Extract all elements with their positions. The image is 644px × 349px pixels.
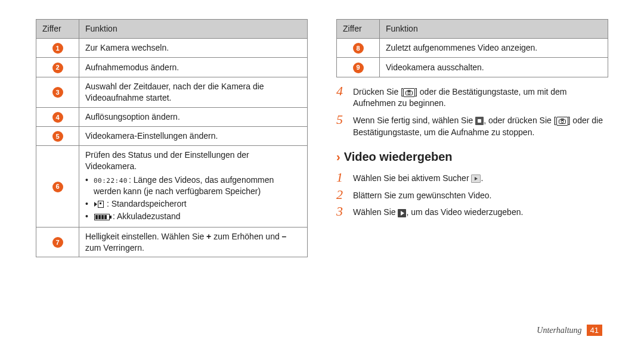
storage-icon [94,201,104,208]
step: 4 Drücken Sie [] oder die Bestätigungsta… [336,85,608,110]
table-row: 3 Auswahl der Zeitdauer, nach der die Ka… [36,77,308,107]
header-funktion: Funktion [380,20,608,39]
step-text: Wählen Sie bei aktivem Sucher . [353,171,483,185]
page-footer: Unterhaltung 41 [537,325,602,336]
table-row: 1 Zur Kamera wechseln. [36,38,308,57]
function-text: Videokamera-Einstellungen ändern. [79,126,308,145]
battery-icon [94,214,110,220]
section-heading: › Video wiedergeben [336,150,608,164]
function-text: Helligkeit einstellen. Wählen Sie + zum … [79,227,308,257]
header-ziffer: Ziffer [337,20,380,39]
page-number: 41 [587,325,602,336]
function-text: Zuletzt aufgenommenes Video anzeigen. [380,38,608,57]
step-number: 3 [336,205,347,219]
function-text: Aufnahmemodus ändern. [79,58,308,77]
number-badge: 3 [52,87,63,98]
number-badge: 2 [52,63,63,73]
step-text: Drücken Sie [] oder die Bestätigungstast… [353,85,608,110]
step: 5 Wenn Sie fertig sind, wählen Sie , ode… [336,113,608,138]
chevron-icon: › [336,150,340,164]
playback-steps: 1 Wählen Sie bei aktivem Sucher . 2 Blät… [336,171,608,219]
camera-icon [403,88,415,97]
number-badge: 5 [52,131,63,142]
step-number: 1 [336,171,347,185]
function-text: Zur Kamera wechseln. [79,38,308,57]
step-text: Blättern Sie zum gewünschten Video. [353,188,491,202]
function-text: Videokamera ausschalten. [380,58,608,77]
table-row: 5 Videokamera-Einstellungen ändern. [36,126,308,145]
stop-icon [475,117,484,125]
row6-intro: Prüfen des Status und der Einstellungen … [85,150,249,171]
right-column: Ziffer Funktion 8 Zuletzt aufgenommenes … [336,19,608,257]
svg-point-4 [561,120,564,123]
table-header-row: Ziffer Funktion [36,20,308,39]
row6-bullet: 00:22:40: Länge des Videos, das aufgenom… [85,174,301,197]
page-content: Ziffer Funktion 1 Zur Kamera wechseln. 2… [0,0,644,257]
number-badge: 6 [52,182,63,192]
function-table-left: Ziffer Funktion 1 Zur Kamera wechseln. 2… [36,19,308,257]
step: 2 Blättern Sie zum gewünschten Video. [336,188,608,202]
step-number: 4 [336,85,347,110]
step-number: 5 [336,113,347,138]
step-text: Wählen Sie , um das Video wiederzugeben. [353,205,523,219]
table-row: 2 Aufnahmemodus ändern. [36,58,308,77]
table-row: 6 Prüfen des Status und der Einstellunge… [36,146,308,227]
row6-bullet: : Akkuladezustand [85,211,301,222]
row6-bullet: : Standardspeicherort [85,198,301,210]
number-badge: 8 [353,43,364,54]
number-badge: 1 [52,43,63,54]
finder-icon [471,174,481,183]
header-funktion: Funktion [79,20,308,39]
table-row: 7 Helligkeit einstellen. Wählen Sie + zu… [36,227,308,257]
function-text: Auswahl der Zeitdauer, nach der die Kame… [79,77,308,107]
number-badge: 7 [52,237,63,248]
table-row: 4 Auflösungsoption ändern. [36,107,308,126]
play-icon [398,209,406,217]
table-header-row: Ziffer Funktion [337,20,608,39]
function-table-right: Ziffer Funktion 8 Zuletzt aufgenommenes … [336,19,608,77]
function-text: Auflösungsoption ändern. [79,107,308,126]
table-row: 9 Videokamera ausschalten. [337,58,608,77]
record-steps: 4 Drücken Sie [] oder die Bestätigungsta… [336,85,608,138]
step-text: Wenn Sie fertig sind, wählen Sie , oder … [353,113,608,138]
header-ziffer: Ziffer [36,20,79,39]
function-text: Prüfen des Status und der Einstellungen … [79,146,308,227]
step: 3 Wählen Sie , um das Video wiederzugebe… [336,205,608,219]
step: 1 Wählen Sie bei aktivem Sucher . [336,171,608,185]
svg-point-1 [408,92,410,94]
number-badge: 9 [353,63,364,73]
footer-section: Unterhaltung [537,326,581,335]
camera-icon [556,117,568,126]
number-badge: 4 [52,112,63,123]
timecode-icon: 00:22:40 [94,177,128,184]
left-column: Ziffer Funktion 1 Zur Kamera wechseln. 2… [36,19,308,257]
step-number: 2 [336,188,347,202]
table-row: 8 Zuletzt aufgenommenes Video anzeigen. [337,38,608,57]
